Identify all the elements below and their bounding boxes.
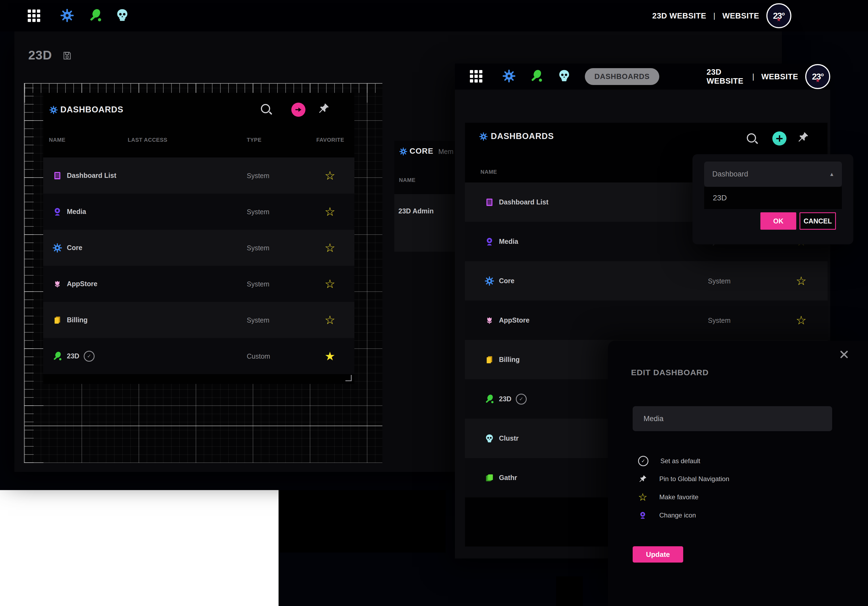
chevron-up-icon: ▲ (829, 171, 834, 177)
cancel-button[interactable]: CANCEL (800, 212, 836, 230)
table-row[interactable]: 23D ✓ Custom ★ (43, 338, 354, 374)
dashboard-type: System (247, 244, 269, 252)
default-check-icon: ✓ (516, 394, 527, 405)
table-row[interactable]: Media System ☆ (43, 193, 354, 230)
tulip-icon (52, 279, 62, 289)
dashboard-name: Dashboard List (499, 198, 549, 206)
dashboard-type: System (247, 208, 269, 216)
close-icon[interactable] (840, 350, 848, 359)
pin-icon (638, 474, 647, 484)
panel-title: DASHBOARDS (60, 105, 123, 114)
option-label: Change icon (659, 512, 696, 519)
gear-icon[interactable] (60, 8, 74, 23)
table-row[interactable]: Core System ☆ (465, 261, 828, 301)
folder-icon (52, 315, 62, 325)
pin-icon[interactable] (797, 131, 809, 144)
save-icon[interactable] (62, 51, 72, 61)
dashboard-name: AppStore (67, 280, 98, 288)
column-header-type[interactable]: TYPE (247, 137, 262, 143)
dashboard-name: Clustr (499, 434, 519, 442)
favorite-star-icon[interactable]: ☆ (794, 275, 808, 287)
dashboard-name: AppStore (499, 316, 530, 324)
table-row[interactable]: Dashboard List System ☆ (43, 158, 354, 193)
option-pin-to-global-navigation[interactable]: Pin to Global Navigation (638, 473, 729, 485)
dashboard-name: Media (499, 238, 518, 246)
black-placeholder-area (279, 490, 446, 552)
panel-title: DASHBOARDS (491, 131, 554, 141)
plus-icon (776, 135, 783, 142)
favorite-star-filled-icon[interactable]: ★ (323, 350, 337, 362)
webcam-icon (52, 207, 62, 217)
favorite-star-icon[interactable]: ☆ (323, 242, 337, 254)
search-icon[interactable] (260, 103, 273, 116)
option-set-as-default[interactable]: ✓ Set as default (638, 455, 700, 467)
site-link-primary[interactable]: 23D WEBSITE (652, 11, 706, 20)
folder-icon (484, 355, 494, 365)
member-name: 23D Admin (398, 207, 434, 215)
option-label: Pin to Global Navigation (659, 475, 729, 483)
brand-area: 23D WEBSITE | WEBSITE 23° ★ (707, 63, 830, 90)
webcam-icon (638, 511, 647, 520)
dashboard-type: System (247, 172, 269, 179)
window2-topbar: DASHBOARDS 23D WEBSITE | WEBSITE 23° ★ (455, 63, 830, 90)
favorite-star-icon[interactable]: ☆ (323, 170, 337, 182)
dashboard-type: Custom (247, 352, 270, 360)
table-row[interactable]: AppStore System ☆ (43, 266, 354, 302)
select-label: Dashboard (712, 170, 829, 178)
arrow-right-icon (295, 108, 301, 112)
skull-icon[interactable] (557, 68, 572, 83)
pin-icon[interactable] (317, 102, 330, 115)
update-button[interactable]: Update (632, 546, 683, 563)
option-change-icon[interactable]: Change icon (638, 509, 696, 522)
column-header-name[interactable]: NAME (399, 177, 415, 183)
edit-dashboard-panel: EDIT DASHBOARD ✓ Set as default Pin to G… (608, 341, 868, 606)
small-dark-square (556, 577, 583, 606)
site-link-secondary[interactable]: WEBSITE (761, 72, 798, 81)
site-link-secondary[interactable]: WEBSITE (722, 11, 759, 20)
brand-separator: | (752, 73, 754, 81)
core-panel-subtitle: Mem (439, 148, 454, 156)
paddle-icon[interactable] (529, 69, 544, 83)
ok-button[interactable]: OK (760, 212, 796, 230)
app-grid-icon[interactable] (470, 70, 482, 82)
column-header-name[interactable]: NAME (49, 137, 65, 143)
ruler-left-major-ticks (25, 83, 43, 463)
check-circle-icon: ✓ (638, 456, 648, 466)
select-option-23d[interactable]: 23D (704, 187, 842, 209)
paddle-icon[interactable] (88, 8, 103, 23)
table-row[interactable]: Core System ☆ (43, 230, 354, 266)
favorite-star-icon[interactable]: ☆ (794, 314, 808, 326)
dashboard-name-input[interactable] (632, 406, 832, 431)
dashboard-name: Core (499, 277, 515, 285)
search-icon[interactable] (746, 133, 758, 145)
favorite-star-icon[interactable]: ☆ (323, 278, 337, 290)
list-icon (484, 197, 494, 207)
panel-resize-handle[interactable] (346, 375, 352, 381)
dashboard-name: 23D (67, 352, 79, 360)
gear-icon (52, 243, 62, 253)
favorite-star-icon[interactable]: ☆ (323, 206, 337, 218)
add-dashboard-button[interactable] (291, 103, 305, 117)
add-dashboard-button[interactable] (772, 131, 786, 145)
table-row[interactable]: Billing System ☆ (43, 302, 354, 338)
column-header-name[interactable]: NAME (480, 169, 497, 175)
nav-pill-dashboards[interactable]: DASHBOARDS (585, 68, 659, 85)
dashboard-name: Core (67, 244, 82, 252)
option-make-favorite[interactable]: ☆ Make favorite (638, 491, 698, 503)
default-check-icon: ✓ (84, 351, 95, 362)
favorite-star-icon[interactable]: ☆ (323, 314, 337, 326)
app-grid-icon[interactable] (28, 9, 40, 22)
site-link-primary[interactable]: 23D WEBSITE (707, 68, 745, 85)
dashboard-name: Billing (499, 356, 519, 363)
dashboard-type: System (247, 280, 269, 288)
logo[interactable]: 23° ★ (766, 3, 791, 28)
skull-icon[interactable] (115, 8, 130, 23)
logo[interactable]: 23° ★ (805, 64, 830, 89)
column-header-favorite[interactable]: FAVORITE (316, 137, 344, 143)
webcam-icon (484, 237, 494, 247)
column-header-last-access[interactable]: LAST ACCESS (128, 137, 167, 143)
dashboard-type: System (247, 316, 269, 324)
table-row[interactable]: AppStore System ☆ (465, 301, 828, 340)
dashboard-select[interactable]: Dashboard ▲ (704, 162, 842, 187)
gear-icon[interactable] (502, 69, 516, 83)
